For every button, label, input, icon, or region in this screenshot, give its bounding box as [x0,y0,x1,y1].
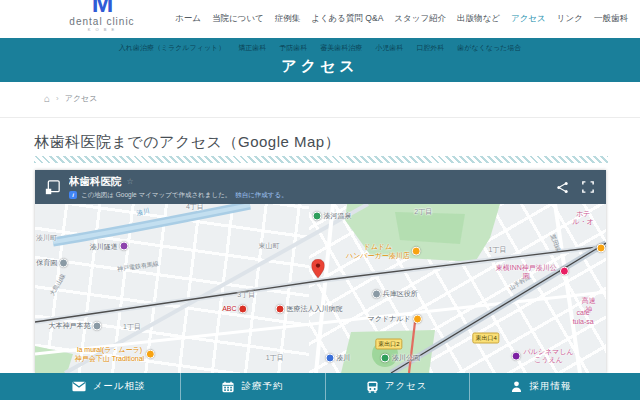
bottom-button-label: メール相談 [93,380,146,393]
map-title: 林歯科医院 [69,175,122,189]
nav-item[interactable]: 一般歯科 [594,13,628,25]
subnav-item[interactable]: 矯正歯科 [238,43,266,53]
subnav-item[interactable]: 審美歯科治療 [320,43,362,53]
bottom-button-label: 採用情報 [529,380,571,393]
my-maps-icon [45,180,60,195]
top-header: M dental clinic K O B E ホーム当院について症例集よくある… [0,0,640,38]
fullscreen-icon[interactable] [580,179,596,195]
nav-item[interactable]: よくある質問 Q&A [311,13,383,25]
subnav-item[interactable]: 入れ歯治療（ミラクルフィット） [119,43,225,53]
logo-subtext: K O B E [62,27,142,32]
subnav-item[interactable]: 口腔外科 [416,43,444,53]
create-map-link[interactable]: 独自に作成する。 [235,191,287,200]
map-header-text: 林歯科医院 ☆ i この地図は Google マイマップで作成されました。 独自… [69,175,545,200]
map-roads-layer [35,204,606,373]
map-pin[interactable] [312,259,325,282]
nav-item[interactable]: 出版物など [457,13,500,25]
breadcrumb-separator: › [56,94,59,103]
nav-item[interactable]: 症例集 [275,13,301,25]
page-title: 林歯科医院までのアクセス（Google Map） [34,133,340,152]
bottom-button-診療予約[interactable]: 診療予約 [180,373,324,400]
subnav-item[interactable]: 歯がなくなった場合 [457,43,521,53]
bottom-button-採用情報[interactable]: 採用情報 [469,373,613,400]
banner-title: アクセス [0,57,640,76]
page: M dental clinic K O B E ホーム当院について症例集よくある… [0,0,640,400]
bottom-button-メール相談[interactable]: メール相談 [37,373,180,400]
person-icon [511,381,522,392]
clinic-logo[interactable]: M dental clinic K O B E [62,0,142,32]
mail-icon [72,381,86,392]
bottom-button-label: アクセス [385,380,428,393]
home-icon[interactable]: ⌂ [44,94,50,104]
bottom-button-label: 診療予約 [241,380,283,393]
map-attribution: この地図は Google マイマップで作成されました。 [81,191,231,200]
subnav-item[interactable]: 予防歯科 [279,43,307,53]
bottom-button-アクセス[interactable]: アクセス [325,373,469,400]
main-nav: ホーム当院について症例集よくある質問 Q&Aスタッフ紹介出版物などアクセスリンク… [175,0,636,38]
header-divider [0,117,640,118]
bottom-action-bar: メール相談診療予約アクセス採用情報 [0,373,640,400]
treatment-subnav: 入れ歯治療（ミラクルフィット）矯正歯科予防歯科審美歯科治療小児歯科口腔外科歯がな… [0,38,640,53]
share-icon[interactable] [554,179,571,196]
nav-item[interactable]: ホーム [175,13,201,25]
nav-item[interactable]: スタッフ紹介 [394,13,446,25]
logo-mark: M [62,0,142,16]
title-underline [34,156,608,163]
page-banner: 入れ歯治療（ミラクルフィット）矯正歯科予防歯科審美歯科治療小児歯科口腔外科歯がな… [0,38,640,82]
bottom-bar-buttons: メール相談診療予約アクセス採用情報 [37,373,613,400]
map-header: 林歯科医院 ☆ i この地図は Google マイマップで作成されました。 独自… [35,170,606,204]
logo-text: dental clinic [62,16,142,27]
star-icon[interactable]: ☆ [127,177,134,186]
transit-icon [367,381,378,393]
info-icon[interactable]: i [69,191,77,199]
map-body[interactable]: 湊川4丁目湊河温泉湊川町湊川隧道保育園東山町神戸電鉄有馬線大島山線2丁目ホテル・… [35,204,606,373]
subnav-item[interactable]: 小児歯科 [375,43,403,53]
nav-item[interactable]: 当院について [212,13,264,25]
breadcrumb-current: アクセス [65,93,98,104]
nav-item[interactable]: アクセス [511,13,546,25]
breadcrumb: ⌂ › アクセス [44,93,97,104]
nav-item[interactable]: リンク [557,13,583,25]
calendar-icon [222,381,234,393]
google-map-embed: 林歯科医院 ☆ i この地図は Google マイマップで作成されました。 独自… [35,170,606,373]
